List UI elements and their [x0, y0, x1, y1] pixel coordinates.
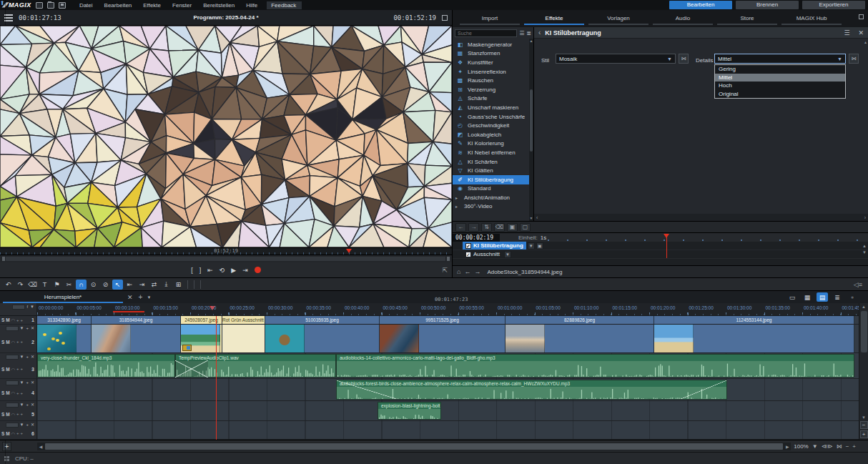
track-lane-6[interactable]: [37, 421, 868, 439]
fullscreen-icon[interactable]: [442, 15, 448, 21]
track-height-minus-icon[interactable]: −: [860, 421, 868, 429]
track-name-field[interactable]: [6, 355, 19, 360]
effect-item-rauschen[interactable]: ▩Rauschen: [453, 76, 529, 85]
feedback-button[interactable]: ⬆Feedback: [267, 1, 302, 9]
menu-item-hilfe[interactable]: Hilfe: [241, 1, 262, 9]
zoom-out-icon[interactable]: −: [846, 443, 849, 450]
lock-track-icon[interactable]: ◠: [11, 340, 15, 345]
effect-item-sch-rfe[interactable]: ◬Schärfe: [453, 94, 529, 104]
video-clip[interactable]: [222, 325, 265, 352]
clip-name-bar[interactable]: 313342890.jpeg: [37, 316, 92, 324]
track-lane-2[interactable]: [37, 325, 868, 352]
tracks-scroll-down-icon[interactable]: ▼: [862, 415, 866, 420]
jump-start-icon[interactable]: ⇤: [207, 267, 213, 274]
track-close-icon[interactable]: ✕: [30, 355, 35, 360]
clip-name-bar[interactable]: Rot Grün Ausschnitt We...: [222, 316, 265, 324]
record-icon[interactable]: [255, 267, 261, 273]
row-dropdown-icon[interactable]: ▼: [504, 251, 511, 258]
track-height-plus-icon[interactable]: +: [860, 430, 868, 438]
expand-arrow-icon[interactable]: ▸: [455, 195, 461, 200]
timeline-view-icon[interactable]: ▤: [817, 292, 828, 302]
add-project-icon[interactable]: +: [139, 293, 143, 301]
zoom-in-icon[interactable]: +: [852, 443, 856, 450]
track-lane-5[interactable]: explosion-blast-lightning-bolt...: [37, 401, 868, 420]
project-tab[interactable]: Herumspielen*: [3, 292, 123, 303]
play-icon[interactable]: ▶: [231, 267, 236, 274]
clip-name-bar[interactable]: 82889826.jpeg: [505, 316, 654, 324]
effect-item-ki-gl-tten[interactable]: ▽KI Glätten: [453, 166, 529, 175]
snap-icon[interactable]: ∩: [76, 280, 87, 290]
solo-button[interactable]: S: [1, 390, 4, 395]
mode-button-brennen[interactable]: Brennen: [736, 1, 799, 9]
dropdown-option-original[interactable]: Original: [715, 90, 845, 99]
keyframe-row-ki-stil-bertragung[interactable]: ✓KI Stilübertragung▼▣: [453, 242, 868, 250]
effect-item-gauss-sche-unsch-rfe[interactable]: ◔Gauss'sche Unschärfe: [453, 112, 529, 122]
kf-scroll-down-icon[interactable]: ▼: [862, 250, 867, 255]
track-dropdown-icon[interactable]: ▼: [19, 403, 25, 408]
track-lane-4[interactable]: audioblocks-forest-birds-close-ambience-…: [37, 379, 868, 400]
preview-monitor-icon[interactable]: ▭: [786, 292, 798, 302]
row-keyframe-icon[interactable]: ▣: [536, 242, 543, 250]
tracks-scroll-up-icon[interactable]: ▲: [862, 304, 866, 310]
video-clip[interactable]: [654, 325, 854, 352]
video-clip[interactable]: [505, 325, 654, 352]
mouse-mode-single-icon[interactable]: ⇤: [124, 280, 135, 290]
copy-keyframe-icon[interactable]: ▣: [507, 223, 518, 232]
storyboard-view-icon[interactable]: ▦: [802, 292, 813, 302]
scroll-right-icon[interactable]: ›: [864, 215, 866, 220]
keyframe-row-ausschnitt[interactable]: ✓Ausschnitt▼: [453, 250, 868, 259]
transition-in-icon[interactable]: +: [16, 412, 19, 416]
track-dropdown-icon[interactable]: ▼: [19, 355, 25, 360]
transition-out-icon[interactable]: +: [21, 318, 24, 322]
transition-in-icon[interactable]: +: [16, 340, 19, 344]
track-close-icon[interactable]: ✕: [30, 380, 35, 385]
lock-track-icon[interactable]: ◠: [11, 317, 15, 322]
preview-scrollbar[interactable]: [0, 255, 452, 262]
track-fx-icon[interactable]: f: [26, 305, 29, 310]
close-effect-icon[interactable]: ✕: [858, 29, 864, 36]
track-name-field[interactable]: [6, 423, 19, 428]
track-name-field[interactable]: [6, 403, 19, 408]
back-icon[interactable]: ‹: [538, 29, 541, 36]
expand-arrow-icon[interactable]: ▸: [455, 204, 461, 209]
track-dropdown-icon[interactable]: ▼: [19, 423, 25, 428]
transition-out-icon[interactable]: +: [21, 412, 24, 416]
prev-object-icon[interactable]: ←: [464, 268, 470, 275]
effect-item-kunstfilter[interactable]: ❖Kunstfilter: [453, 58, 529, 67]
tab-import[interactable]: Import: [460, 12, 520, 25]
details-keyframe-button[interactable]: ⋈: [849, 54, 859, 64]
video-clip[interactable]: [92, 325, 181, 352]
solo-button[interactable]: S: [1, 317, 4, 322]
solo-button[interactable]: S: [1, 431, 4, 436]
menu-item-bearbeiten[interactable]: Bearbeiten: [99, 1, 137, 9]
track-add-icon[interactable]: +: [25, 423, 29, 428]
fit-timeline-icon[interactable]: ⋈: [837, 443, 842, 450]
track-name-field[interactable]: [6, 380, 19, 385]
prev-keyframe-icon[interactable]: ←: [455, 223, 466, 232]
object-grid-icon[interactable]: ⊞: [173, 280, 184, 290]
add-keyframe-icon[interactable]: ⇅: [481, 223, 492, 232]
effect-enabled-checkbox[interactable]: ✓: [465, 243, 471, 249]
transition-in-icon[interactable]: +: [16, 367, 19, 371]
track-add-icon[interactable]: +: [25, 403, 29, 408]
clip-name-bar[interactable]: 995171525.jpeg: [380, 316, 505, 324]
details-select[interactable]: Mittel▼: [714, 54, 846, 64]
dropdown-option-mittel[interactable]: Mittel: [715, 74, 845, 82]
effect-item-ki-nebel-entfernen[interactable]: ≋KI Nebel entfernen: [453, 148, 529, 157]
scroll-left-icon[interactable]: ‹: [536, 215, 538, 220]
delete-keyframe-icon[interactable]: ⌫: [494, 223, 505, 232]
save-project-icon[interactable]: [59, 2, 66, 9]
range-export-icon[interactable]: ⤓: [161, 280, 172, 290]
effect-item-geschwindigkeit[interactable]: ◴Geschwindigkeit: [453, 121, 529, 130]
new-project-icon[interactable]: [36, 2, 43, 9]
preview-playhead[interactable]: [346, 249, 352, 253]
menu-item-fenster[interactable]: Fenster: [167, 1, 197, 9]
effect-item-linsenreflexion[interactable]: ✦Linsenreflexion: [453, 67, 529, 76]
mouse-mode-stretch-icon[interactable]: ⇥: [137, 280, 147, 290]
marker-icon[interactable]: ⚑: [51, 280, 62, 290]
mute-button[interactable]: M: [6, 340, 9, 345]
track-lane-1[interactable]: 313342890.jpeg318594944.jpeg245928057.jp…: [37, 316, 868, 324]
effect-item-unscharf-maskieren[interactable]: ◭Unscharf maskieren: [453, 103, 529, 112]
mute-button[interactable]: M: [6, 412, 9, 417]
list-view-icon[interactable]: ☰: [519, 30, 524, 36]
